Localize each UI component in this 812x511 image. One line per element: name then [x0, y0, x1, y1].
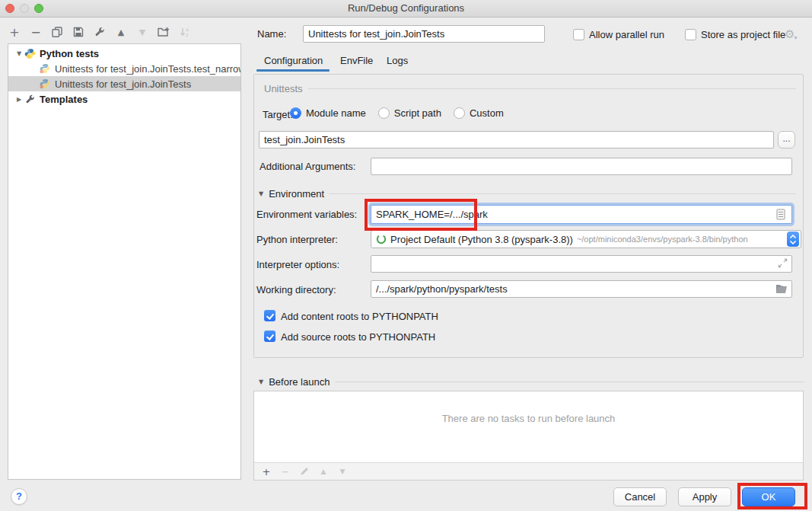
before-launch-toolbar: + − ▲ ▼	[254, 462, 803, 480]
tab-configuration[interactable]: Configuration	[264, 55, 323, 66]
add-source-roots-label: Add source roots to PYTHONPATH	[281, 331, 435, 343]
tab-envfile[interactable]: EnvFile	[340, 55, 373, 66]
python-test-icon	[39, 78, 51, 90]
move-up-icon[interactable]: ▲	[114, 25, 128, 39]
tab-logs[interactable]: Logs	[387, 55, 408, 66]
unittests-section-title: Unittests	[264, 83, 303, 94]
name-label: Name:	[257, 28, 286, 40]
conda-environment-icon	[376, 234, 387, 244]
copy-configuration-icon[interactable]	[50, 25, 64, 39]
module-name-input[interactable]	[259, 131, 774, 149]
additional-arguments-label: Additional Arguments:	[260, 161, 355, 172]
chevron-right-icon[interactable]: ▶	[14, 96, 24, 103]
environment-section-title: Environment	[269, 188, 324, 200]
cancel-button[interactable]: Cancel	[613, 487, 667, 506]
chevron-down-icon[interactable]: ▼	[14, 50, 24, 57]
collapse-environment-icon[interactable]: ▼	[259, 190, 263, 197]
environment-variables-label: Environment variables:	[256, 209, 357, 220]
allow-parallel-run-checkbox[interactable]	[573, 29, 584, 40]
allow-parallel-run-label: Allow parallel run	[589, 29, 664, 40]
edit-task-icon	[299, 466, 310, 477]
tree-item-templates[interactable]: ▶ Templates	[8, 91, 240, 107]
python-icon	[24, 47, 36, 59]
add-task-icon[interactable]: +	[261, 466, 272, 477]
module-name-radio-label: Module name	[306, 107, 366, 119]
tree-item-label: Unittests for test_join.JoinTests.test_n…	[55, 63, 240, 75]
save-configuration-icon[interactable]	[72, 25, 85, 39]
wrench-icon	[24, 93, 36, 105]
move-down-icon: ▼	[135, 25, 149, 39]
name-input[interactable]	[303, 25, 545, 43]
help-button[interactable]: ?	[11, 488, 27, 505]
folder-browse-icon[interactable]	[775, 283, 788, 293]
python-interpreter-value: Project Default (Python 3.8 (pyspark-3.8…	[390, 234, 573, 245]
titlebar: Run/Debug Configurations	[0, 0, 812, 18]
additional-arguments-input[interactable]	[371, 158, 792, 175]
working-directory-input[interactable]	[371, 280, 792, 298]
store-as-project-file-label: Store as project file	[701, 29, 785, 40]
add-content-roots-label: Add content roots to PYTHONPATH	[281, 311, 438, 322]
tree-item-unittests-jointests[interactable]: Unittests for test_join.JoinTests	[8, 76, 240, 91]
remove-configuration-icon[interactable]: −	[29, 25, 43, 39]
apply-button[interactable]: Apply	[678, 487, 731, 506]
window-title: Run/Debug Configurations	[0, 0, 812, 17]
custom-radio[interactable]	[454, 107, 465, 119]
combo-spinner-icon[interactable]	[787, 232, 799, 247]
interpreter-options-label: Interpreter options:	[256, 259, 339, 270]
add-source-roots-checkbox[interactable]	[264, 331, 275, 342]
no-tasks-message: There are no tasks to run before launch	[254, 413, 803, 424]
tree-item-python-tests[interactable]: ▼ Python tests	[8, 46, 240, 61]
ok-button[interactable]: OK	[742, 487, 795, 506]
tree-item-label: Unittests for test_join.JoinTests	[55, 78, 191, 90]
before-launch-title: Before launch	[269, 376, 330, 388]
python-interpreter-path: ~/opt/miniconda3/envs/pyspark-3.8/bin/py…	[577, 235, 787, 244]
browse-module-button[interactable]: ...	[778, 131, 795, 149]
script-path-radio[interactable]	[378, 107, 390, 119]
store-as-project-file-checkbox[interactable]	[685, 29, 696, 40]
python-interpreter-select[interactable]: Project Default (Python 3.8 (pyspark-3.8…	[371, 230, 801, 248]
move-task-up-icon: ▲	[318, 466, 329, 477]
expand-editor-icon[interactable]	[778, 258, 788, 268]
interpreter-options-input[interactable]	[371, 255, 792, 273]
environment-variables-input[interactable]	[371, 205, 792, 224]
add-content-roots-checkbox[interactable]	[264, 310, 275, 321]
target-label: Target:	[263, 109, 293, 120]
working-directory-label: Working directory:	[256, 284, 336, 295]
environment-section-separator: ▼ Environment	[259, 188, 796, 200]
tree-item-label: Python tests	[40, 48, 99, 59]
target-radio-group: Module name Script path Custom	[290, 107, 504, 119]
tree-item-label: Templates	[40, 94, 88, 105]
run-debug-configurations-dialog: Run/Debug Configurations + − ▲ ▼ az ▼ Py	[0, 0, 812, 511]
custom-radio-label: Custom	[470, 107, 504, 119]
configurations-tree: ▼ Python tests Unittests for test_join.J…	[8, 43, 241, 480]
collapse-before-launch-icon[interactable]: ▼	[259, 378, 263, 385]
python-test-icon	[39, 62, 51, 75]
module-name-radio[interactable]	[290, 107, 301, 119]
unittests-section-separator: Unittests	[264, 83, 796, 94]
before-launch-separator: ▼ Before launch	[259, 376, 804, 388]
active-tab-underline	[256, 69, 330, 72]
edit-templates-icon[interactable]	[93, 25, 107, 39]
add-configuration-icon[interactable]: +	[8, 25, 21, 39]
new-folder-icon[interactable]	[157, 25, 170, 39]
move-task-down-icon: ▼	[337, 466, 348, 477]
gear-icon[interactable]: ⚙▾	[785, 27, 797, 41]
sort-configurations-icon: az	[178, 25, 192, 39]
tree-item-unittests-narrow[interactable]: Unittests for test_join.JoinTests.test_n…	[8, 61, 240, 76]
edit-variables-icon[interactable]	[776, 209, 785, 220]
script-path-radio-label: Script path	[394, 107, 441, 119]
svg-text:z: z	[186, 32, 189, 37]
before-launch-tasks-panel: There are no tasks to run before launch …	[253, 391, 804, 481]
python-interpreter-label: Python interpreter:	[256, 234, 338, 245]
remove-task-icon: −	[280, 466, 291, 477]
configurations-toolbar: + − ▲ ▼ az	[8, 23, 192, 41]
